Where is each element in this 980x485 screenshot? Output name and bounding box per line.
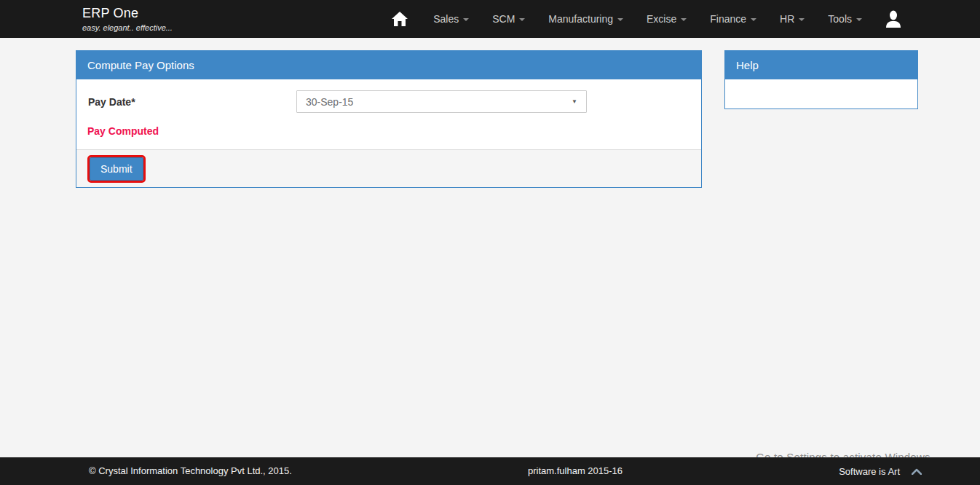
nav-item-label: HR bbox=[780, 13, 794, 25]
chevron-down-icon bbox=[617, 18, 623, 21]
pay-date-select[interactable]: 30-Sep-15 ▼ bbox=[296, 90, 587, 113]
nav-item-label: Excise bbox=[647, 13, 676, 25]
panel-body: Pay Date* 30-Sep-15 ▼ Pay Computed bbox=[76, 79, 701, 149]
nav-item-tools[interactable]: Tools bbox=[816, 0, 874, 38]
submit-button[interactable]: Submit bbox=[90, 157, 143, 181]
nav-item-label: Manufacturing bbox=[548, 13, 613, 25]
footer-copyright: © Crystal Information Technology Pvt Ltd… bbox=[89, 457, 292, 485]
brand-tagline: easy. elegant.. effective... bbox=[82, 23, 173, 32]
chevron-down-icon bbox=[681, 18, 687, 21]
user-icon bbox=[885, 10, 901, 28]
chevron-up-icon[interactable] bbox=[912, 468, 922, 475]
chevron-down-icon bbox=[519, 18, 525, 21]
top-navbar: ERP One easy. elegant.. effective... Sal… bbox=[0, 0, 980, 38]
nav-item-excise[interactable]: Excise bbox=[635, 0, 698, 38]
home-icon bbox=[391, 11, 408, 27]
chevron-down-icon bbox=[799, 18, 805, 21]
page-content: Compute Pay Options Pay Date* 30-Sep-15 … bbox=[0, 38, 980, 457]
nav-item-label: Finance bbox=[710, 13, 746, 25]
nav-item-scm[interactable]: SCM bbox=[481, 0, 537, 38]
panel-footer: Submit bbox=[76, 149, 701, 187]
compute-pay-options-panel: Compute Pay Options Pay Date* 30-Sep-15 … bbox=[76, 50, 702, 188]
chevron-down-icon bbox=[856, 18, 862, 21]
help-panel: Help bbox=[724, 50, 918, 109]
help-panel-title: Help bbox=[725, 51, 917, 79]
pay-date-row: Pay Date* 30-Sep-15 ▼ bbox=[87, 90, 690, 113]
footer-user-session: pritam.fulham 2015-16 bbox=[528, 457, 623, 485]
nav-item-sales[interactable]: Sales bbox=[422, 0, 481, 38]
nav-item-hr[interactable]: HR bbox=[768, 0, 816, 38]
pay-computed-status: Pay Computed bbox=[87, 125, 690, 137]
select-caret-icon: ▼ bbox=[572, 98, 577, 105]
nav-item-manufacturing[interactable]: Manufacturing bbox=[537, 0, 635, 38]
pay-date-label: Pay Date* bbox=[87, 96, 296, 108]
brand-logo[interactable]: ERP One easy. elegant.. effective... bbox=[82, 6, 173, 32]
nav-item-label: SCM bbox=[492, 13, 515, 25]
nav-home-button[interactable] bbox=[378, 0, 422, 38]
chevron-down-icon bbox=[463, 18, 469, 21]
chevron-down-icon bbox=[751, 18, 756, 21]
nav-menu: Sales SCM Manufacturing Excise Finance H… bbox=[378, 0, 913, 38]
page-footer: © Crystal Information Technology Pvt Ltd… bbox=[0, 457, 980, 485]
nav-item-label: Sales bbox=[433, 13, 459, 25]
help-panel-body bbox=[725, 79, 917, 109]
nav-item-finance[interactable]: Finance bbox=[698, 0, 768, 38]
nav-item-label: Tools bbox=[828, 13, 852, 25]
pay-date-value: 30-Sep-15 bbox=[306, 96, 353, 108]
brand-title: ERP One bbox=[82, 6, 173, 20]
user-menu-button[interactable] bbox=[874, 0, 913, 38]
footer-motto: Software is Art bbox=[839, 466, 900, 477]
panel-title: Compute Pay Options bbox=[76, 51, 701, 79]
footer-right-group: Software is Art bbox=[839, 457, 922, 485]
